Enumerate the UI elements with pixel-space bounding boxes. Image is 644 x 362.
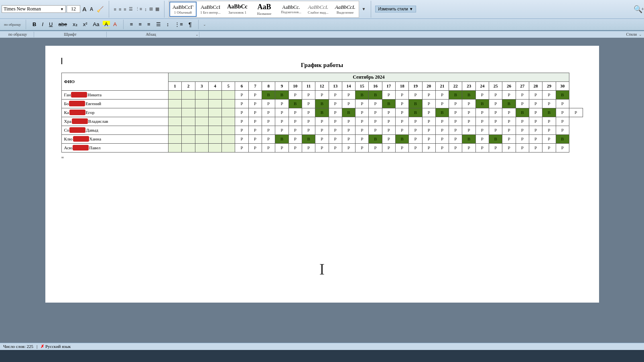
table-btn[interactable]: ⊞ [148, 6, 154, 12]
align-right-btn[interactable]: ≡ [123, 6, 127, 12]
underline-btn[interactable]: U [47, 20, 55, 28]
sched-cell-1-4 [222, 99, 235, 108]
sched-cell-0-3 [208, 90, 221, 99]
align-right-btn2[interactable]: ≡ [145, 20, 153, 28]
font-name-value: Times New Roman [4, 6, 41, 12]
strikethrough-btn[interactable]: abe [56, 20, 69, 28]
sched-cell-4-16: P [382, 126, 395, 134]
sched-cell-4-6: P [248, 126, 262, 134]
style-no-spacing[interactable]: AaBbCcI 1 Без интер... [197, 2, 223, 17]
sched-cell-4-19: P [422, 126, 435, 134]
sched-cell-5-3 [208, 134, 221, 143]
style-emphasis[interactable]: AaBbCcL Выделение [332, 2, 358, 17]
align-center-btn2[interactable]: ≡ [136, 20, 144, 28]
employee-row-1: Бо ЕвгенийPPPPBPBPPPPBPBPPPPBPBPPPP [61, 99, 583, 108]
sched-cell-1-28: P [542, 99, 556, 108]
name-redact-1 [69, 101, 85, 106]
sched-cell-4-10: P [302, 126, 315, 134]
schedule-body: Ган НикитаPPBBPPPPPBBPPPPPBBPPPPPPBБо Ев… [61, 90, 583, 152]
employee-row-3: Хра ВладиславPPPPPPPPPPPPPPPPPPPPPPPPP [61, 117, 583, 126]
sched-cell-0-15: B [369, 90, 382, 99]
name-redact-2 [69, 110, 85, 115]
font-size-value: 12 [71, 6, 76, 12]
day-header-17: 17 [382, 81, 395, 90]
align-left-btn[interactable]: ≡ [113, 6, 117, 12]
sched-cell-6-10: P [302, 143, 315, 152]
sched-cell-6-14: P [356, 143, 369, 152]
sched-cell-1-21: P [449, 99, 462, 108]
day-header-20: 20 [422, 81, 435, 90]
change-style-btn[interactable]: Изменить стили ▼ [375, 6, 416, 12]
sched-cell-6-15: P [369, 143, 382, 152]
expand-abzac[interactable]: ⌄ [195, 32, 199, 37]
style-heading1[interactable]: AaBbCc Заголовок 1 [224, 2, 250, 17]
sched-cell-0-5: P [235, 90, 248, 99]
sched-cell-0-16: P [382, 90, 395, 99]
sched-cell-4-12: P [329, 126, 342, 134]
sched-cell-6-20: P [435, 143, 449, 152]
border-btn[interactable]: ▦ [154, 6, 160, 12]
sched-cell-2-2 [195, 108, 208, 117]
change-case-btn[interactable]: Аа [90, 20, 102, 28]
superscript-btn[interactable]: x² [81, 20, 90, 28]
style-title[interactable]: AaB Название [251, 2, 277, 17]
employee-row-4: Со ДавыдPPPPPPPPPPPPPPPPPPPPPPPPP [61, 126, 583, 134]
sched-cell-3-23: P [475, 117, 489, 126]
style-normal[interactable]: AaBbCcГ 1 Обычный [169, 2, 197, 17]
more-styles-btn[interactable]: ▼ [361, 6, 367, 12]
format-painter-label: по образцу [4, 22, 21, 26]
section-label-porobrazcu: по образцу [2, 32, 34, 37]
sched-cell-1-10: P [302, 99, 315, 108]
style-subtle-emphasis[interactable]: AaBbCcL Слабое выд... [305, 2, 331, 17]
style-subtitle[interactable]: AaBbCc. Подзаголов... [278, 2, 304, 17]
sched-cell-5-27: P [529, 134, 542, 143]
bold-btn[interactable]: B [30, 20, 39, 28]
sched-cell-0-11: P [315, 90, 329, 99]
sched-cell-3-28: P [542, 117, 556, 126]
font-color-btn[interactable]: A [111, 20, 119, 28]
name-suffix-4: Давыд [86, 128, 98, 132]
day-header-23: 23 [462, 81, 475, 90]
align-center-btn[interactable]: ≡ [118, 6, 122, 12]
font-name-box[interactable]: Times New Roman ▼ [2, 5, 66, 13]
align-justify-btn2[interactable]: ☰ [154, 20, 163, 28]
zoom-area: 🔍 + [634, 5, 642, 14]
expand-arrow[interactable]: ⌄ [203, 22, 207, 27]
sched-cell-1-2 [195, 99, 208, 108]
sched-cell-6-27: P [529, 143, 542, 152]
sched-cell-5-24: B [489, 134, 502, 143]
sched-cell-6-12: P [329, 143, 342, 152]
style-heading1-label: Заголовок 1 [228, 10, 246, 14]
divider-1 [109, 1, 109, 18]
font-size-box[interactable]: 12 [67, 5, 80, 13]
sched-cell-0-8: B [275, 90, 288, 99]
sched-cell-2-20: B [435, 108, 449, 117]
font-size-increase-btn[interactable]: A [89, 6, 95, 12]
sched-cell-5-20: P [435, 134, 449, 143]
name-prefix-2: Ка [64, 110, 69, 115]
line-spacing-btn[interactable]: ↕ [164, 20, 172, 28]
sched-cell-6-26: P [516, 143, 529, 152]
font-size-decrease-btn[interactable]: A [81, 5, 88, 13]
list-btn[interactable]: ⋮≡ [134, 6, 143, 12]
list-btn2[interactable]: ⋮≡ [172, 20, 185, 28]
italic-btn[interactable]: I [39, 20, 46, 28]
subscript-btn[interactable]: x₂ [70, 20, 80, 28]
clear-format-btn[interactable]: 🧹 [95, 6, 105, 13]
sched-cell-1-16: B [382, 99, 395, 108]
sched-cell-6-16: P [382, 143, 395, 152]
style-subtitle-preview: AaBbCc. [282, 4, 300, 10]
para-spacing-btn[interactable]: ↕ [144, 6, 148, 12]
sched-cell-5-25: P [502, 134, 516, 143]
style-no-spacing-preview: AaBbCcI [201, 4, 220, 10]
sched-cell-1-14: P [356, 99, 369, 108]
font-name-dropdown-icon[interactable]: ▼ [60, 7, 64, 11]
expand-stili[interactable]: ⌄ [638, 32, 642, 37]
sched-cell-3-2 [195, 117, 208, 126]
align-left-btn2[interactable]: ≡ [128, 20, 136, 28]
sched-cell-5-19: P [422, 134, 435, 143]
para-mark-btn[interactable]: ¶ [186, 20, 194, 29]
sched-cell-5-28: P [542, 134, 556, 143]
align-justify-btn[interactable]: ☰ [128, 6, 134, 12]
highlight-btn[interactable]: A [103, 20, 110, 28]
